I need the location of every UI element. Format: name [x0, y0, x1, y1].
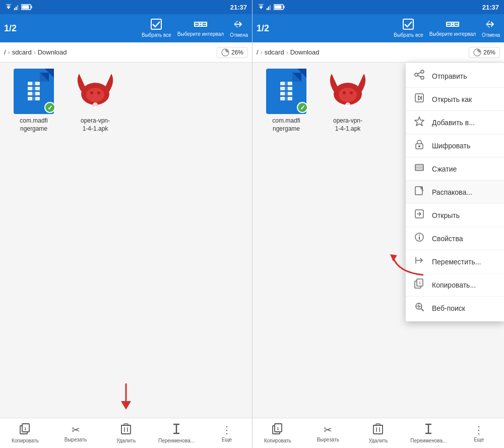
copy-button[interactable]: 1 Копировать	[0, 420, 50, 446]
root-slash[interactable]: /	[4, 48, 6, 56]
svg-rect-23	[32, 80, 35, 107]
right-time: 21:37	[482, 4, 499, 11]
right-cut-button[interactable]: ✂ Вырезать	[303, 421, 353, 445]
svg-marker-43	[258, 4, 264, 7]
right-rename-icon	[424, 423, 433, 437]
right-cancel-button[interactable]: Отмена	[482, 19, 500, 38]
right-delete-button[interactable]: Удалить	[353, 420, 404, 446]
context-menu: Отправить Открыть как Добавить в...	[406, 63, 504, 321]
right-select-interval-button[interactable]: Выберите интервал	[429, 20, 476, 37]
menu-extract[interactable]: Распакова...	[406, 181, 504, 204]
sdcard-link[interactable]: sdcard	[12, 48, 32, 56]
svg-rect-36	[124, 424, 128, 425]
left-status-icons	[5, 4, 32, 10]
left-panel: 21:37 1/2 Выбрать все	[0, 0, 252, 448]
svg-rect-45	[268, 7, 269, 10]
right-select-all-button[interactable]: Выбрать все	[394, 19, 423, 38]
right-rename-label: Переименова...	[410, 438, 447, 443]
menu-move[interactable]: Переместить...	[406, 250, 504, 273]
storage-badge: 26%	[217, 47, 248, 58]
right-select-all-label: Выбрать все	[394, 32, 423, 38]
menu-open-as-label: Открыть как	[432, 95, 472, 103]
svg-rect-102	[373, 425, 383, 434]
menu-send[interactable]: Отправить	[406, 65, 504, 88]
select-all-button[interactable]: Выбрать все	[142, 19, 171, 38]
svg-marker-1	[6, 4, 12, 7]
menu-compress[interactable]: Сжатие	[406, 157, 504, 181]
right-sdcard-link[interactable]: sdcard	[265, 48, 284, 56]
right-select-interval-label: Выберите интервал	[429, 31, 476, 37]
menu-encrypt[interactable]: Шифровать	[406, 134, 504, 157]
share-icon	[414, 70, 425, 82]
svg-point-28	[97, 91, 100, 94]
file-item-apk[interactable]: opera-vpn-1-4-1.apk	[68, 69, 123, 133]
right-more-label: Еще	[474, 437, 484, 442]
right-checkbox-icon	[403, 19, 414, 31]
more-button[interactable]: ⋮ Еще	[202, 421, 252, 445]
left-action-bar: 1 Копировать ✂ Вырезать Удалить	[0, 418, 252, 448]
selected-badge: ✓	[44, 102, 55, 113]
right-chevron-2: ›	[286, 49, 288, 56]
left-selection-count: 1/2	[4, 23, 17, 34]
svg-point-15	[224, 51, 226, 53]
svg-rect-34	[121, 425, 131, 434]
cancel-button[interactable]: Отмена	[230, 19, 248, 38]
svg-rect-6	[31, 6, 32, 9]
svg-rect-44	[267, 8, 268, 10]
rename-label: Переименова...	[158, 438, 195, 443]
right-delete-label: Удалить	[368, 438, 388, 443]
svg-point-29	[93, 102, 98, 107]
svg-rect-65	[285, 80, 288, 107]
right-rename-button[interactable]: Переименова...	[403, 420, 454, 446]
svg-point-72	[415, 73, 418, 76]
right-interval-icon	[446, 20, 459, 30]
select-interval-label: Выберите интервал	[177, 31, 224, 37]
battery-icon-right	[274, 4, 285, 10]
menu-compress-label: Сжатие	[432, 165, 457, 173]
select-interval-button[interactable]: Выберите интервал	[177, 20, 224, 37]
interval-icon	[194, 20, 207, 30]
svg-rect-48	[284, 6, 285, 9]
right-more-icon: ⋮	[474, 424, 484, 436]
right-apk-icon-wrap	[325, 69, 370, 114]
svg-rect-7	[22, 6, 29, 9]
cut-button[interactable]: ✂ Вырезать	[50, 421, 101, 445]
right-zip-file-name: com.madfingergame	[272, 117, 300, 133]
menu-web-search[interactable]: Веб-поиск	[406, 297, 504, 319]
more-icon: ⋮	[222, 424, 232, 436]
right-root-slash[interactable]: /	[257, 48, 259, 56]
svg-rect-46	[270, 5, 271, 10]
checkbox-icon	[151, 19, 162, 31]
right-cancel-label: Отмена	[482, 32, 500, 38]
delete-button[interactable]: Удалить	[101, 420, 151, 446]
open-icon	[414, 209, 425, 221]
storage-percent: 26%	[231, 49, 243, 56]
menu-open-as[interactable]: Открыть как	[406, 88, 504, 111]
right-file-item-zip[interactable]: ✓ com.madfingergame	[259, 69, 314, 133]
svg-rect-104	[376, 424, 380, 425]
right-folder-link[interactable]: Download	[290, 48, 320, 56]
wifi-icon-right	[258, 4, 265, 10]
left-toolbar-actions: Выбрать все Выберите интервал	[142, 19, 248, 38]
right-more-button[interactable]: ⋮ Еще	[454, 421, 504, 445]
folder-link[interactable]: Download	[38, 48, 67, 56]
menu-open[interactable]: Открыть	[406, 204, 504, 227]
menu-add-to[interactable]: Добавить в...	[406, 111, 504, 134]
right-copy-button[interactable]: 1 Копировать	[253, 420, 303, 446]
right-storage-icon	[473, 48, 481, 57]
right-apk-file-name: opera-vpn-1-4-1.apk	[333, 117, 362, 133]
chevron-1: ›	[8, 49, 10, 56]
svg-point-27	[90, 91, 93, 94]
right-file-item-apk[interactable]: opera-vpn-1-4-1.apk	[320, 69, 375, 133]
file-item-zip[interactable]: ✓ com.madfingergame	[6, 69, 61, 133]
menu-copy-to-label: Копировать...	[432, 281, 476, 289]
right-cancel-icon	[485, 19, 496, 31]
right-breadcrumb: / › sdcard › Download 26%	[253, 42, 504, 63]
menu-copy-to[interactable]: 1 Копировать...	[406, 273, 504, 297]
cut-label: Вырезать	[65, 437, 87, 442]
info-icon	[414, 232, 425, 245]
rename-button[interactable]: Переименова...	[151, 420, 202, 446]
menu-properties[interactable]: Свойства	[406, 227, 504, 250]
svg-point-26	[86, 88, 104, 102]
extract-icon	[414, 186, 425, 198]
